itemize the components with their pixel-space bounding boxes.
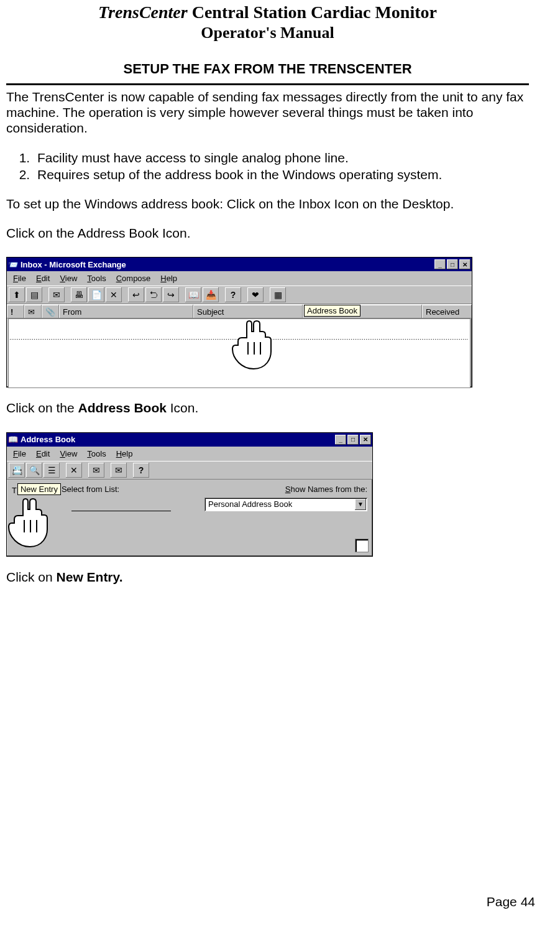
titlebar: 📨 Inbox - Microsoft Exchange _ □ ✕ — [7, 258, 472, 271]
menu-file[interactable]: File — [8, 448, 31, 460]
instruction-1: To set up the Windows address book: Clic… — [6, 196, 529, 211]
menu-edit[interactable]: Edit — [31, 272, 55, 284]
received-column[interactable]: Received — [422, 305, 472, 318]
forward-icon[interactable]: ↪ — [163, 287, 179, 302]
menubar: File Edit View Tools Help — [7, 447, 372, 461]
brand: TrensCenter — [98, 2, 188, 22]
menu-view[interactable]: View — [55, 272, 82, 284]
new-entry-icon[interactable]: 📇 — [9, 463, 25, 478]
section-title: SETUP THE FAX FROM THE TRENSCENTER — [6, 61, 529, 77]
type-column[interactable]: ✉ — [24, 305, 42, 318]
pointing-hand-icon — [6, 495, 49, 551]
inbox-screenshot: 📨 Inbox - Microsoft Exchange _ □ ✕ File … — [6, 257, 472, 387]
reply-all-icon[interactable]: ⮌ — [145, 287, 162, 302]
list-corner-box — [355, 539, 369, 552]
menu-help[interactable]: Help — [111, 448, 138, 460]
show-names-label: Show Names from the: — [285, 485, 367, 494]
add-to-icon[interactable]: ✉ — [88, 463, 104, 478]
delete-icon[interactable]: ✕ — [106, 287, 122, 302]
app-icon: 📖 — [8, 435, 18, 445]
instruction-2: Click on the Address Book Icon. — [6, 225, 529, 241]
title-rest: Central Station Cardiac Monitor — [188, 2, 437, 22]
address-book-icon[interactable]: 📖 — [185, 287, 201, 302]
menubar: File Edit View Tools Compose Help — [7, 271, 472, 285]
reply-icon[interactable]: ↩ — [128, 287, 144, 302]
maximize-button[interactable]: □ — [347, 435, 359, 445]
dropdown-value: Personal Address Book — [204, 499, 354, 509]
new-message-icon[interactable]: ✉ — [48, 287, 65, 302]
considerations-list: Facility must have access to single anal… — [6, 150, 529, 182]
list-item: Requires setup of the address book in th… — [34, 167, 529, 182]
new-message-icon[interactable]: ✉ — [111, 463, 127, 478]
column-headers: ! ✉ 📎 From Subject Address Book Received — [7, 304, 472, 318]
favorite-icon[interactable]: ❤ — [247, 287, 264, 302]
move-icon[interactable]: 📄 — [88, 287, 104, 302]
minimize-button[interactable]: _ — [434, 259, 446, 269]
window-title: Address Book — [21, 435, 334, 444]
body-text: The TrensCenter is now capable of sendin… — [6, 89, 529, 241]
instruction-4: Click on New Entry. — [6, 569, 529, 585]
subject-column[interactable]: Subject — [193, 305, 303, 318]
body-text-3: Click on New Entry. — [6, 569, 529, 585]
minimize-button[interactable]: _ — [335, 435, 346, 445]
from-column[interactable]: From — [59, 305, 193, 318]
menu-file[interactable]: File — [8, 272, 31, 284]
help-icon[interactable]: ? — [133, 463, 149, 478]
subtitle: Operator's Manual — [6, 24, 529, 42]
instruction-3: Click on the Address Book Icon. — [6, 400, 529, 415]
folder-list-icon[interactable]: ▤ — [26, 287, 42, 302]
help-icon[interactable]: ? — [225, 287, 241, 302]
menu-tools[interactable]: Tools — [82, 272, 111, 284]
menu-edit[interactable]: Edit — [31, 448, 55, 460]
maximize-button[interactable]: □ — [447, 259, 458, 269]
document-header: TrensCenter Central Station Cardiac Moni… — [6, 2, 529, 42]
new-entry-tooltip: New Entry — [17, 483, 61, 495]
toolbar: ⬆ ▤ ✉ 🖶 📄 ✕ ↩ ⮌ ↪ 📖 📥 ? ❤ ▦ — [7, 285, 472, 304]
list-item: Facility must have access to single anal… — [34, 150, 529, 165]
print-icon[interactable]: 🖶 — [71, 287, 87, 302]
pointing-hand-icon — [229, 317, 273, 373]
titlebar: 📖 Address Book _ □ ✕ — [7, 433, 372, 447]
menu-compose[interactable]: Compose — [111, 272, 156, 284]
page-number: Page 44 — [487, 894, 535, 909]
menu-view[interactable]: View — [55, 448, 82, 460]
separator — [6, 83, 529, 85]
importance-column[interactable]: ! — [7, 305, 24, 318]
intro-paragraph: The TrensCenter is now capable of sendin… — [6, 89, 529, 136]
type-name-label: Select from List: — [62, 485, 119, 494]
delete-icon[interactable]: ✕ — [66, 463, 82, 478]
close-button[interactable]: ✕ — [459, 259, 470, 269]
inbox-icon[interactable]: 📥 — [203, 287, 219, 302]
address-book-tooltip: Address Book — [304, 305, 360, 317]
chevron-down-icon[interactable]: ▼ — [355, 499, 366, 510]
menu-help[interactable]: Help — [155, 272, 182, 284]
window-title: Inbox - Microsoft Exchange — [21, 260, 433, 269]
menu-tools[interactable]: Tools — [82, 448, 111, 460]
attachment-column[interactable]: 📎 — [42, 305, 59, 318]
address-book-body: T New Entry Select from List: Show Names… — [7, 480, 372, 513]
name-input-line[interactable] — [71, 511, 171, 511]
close-button[interactable]: ✕ — [360, 435, 371, 445]
up-folder-icon[interactable]: ⬆ — [9, 287, 25, 302]
find-icon[interactable]: 🔍 — [26, 463, 42, 478]
address-book-screenshot: 📖 Address Book _ □ ✕ File Edit View Tool… — [6, 432, 373, 557]
cutoff-letter: T — [12, 486, 17, 495]
app-icon: 📨 — [8, 259, 18, 269]
body-text-2: Click on the Address Book Icon. — [6, 400, 529, 415]
gap-column[interactable]: Address Book — [303, 305, 422, 318]
properties-icon[interactable]: ☰ — [44, 463, 60, 478]
toolbar: 📇 🔍 ☰ ✕ ✉ ✉ ? — [7, 461, 372, 480]
extra-icon[interactable]: ▦ — [270, 287, 286, 302]
address-list-dropdown[interactable]: Personal Address Book ▼ — [204, 498, 367, 511]
